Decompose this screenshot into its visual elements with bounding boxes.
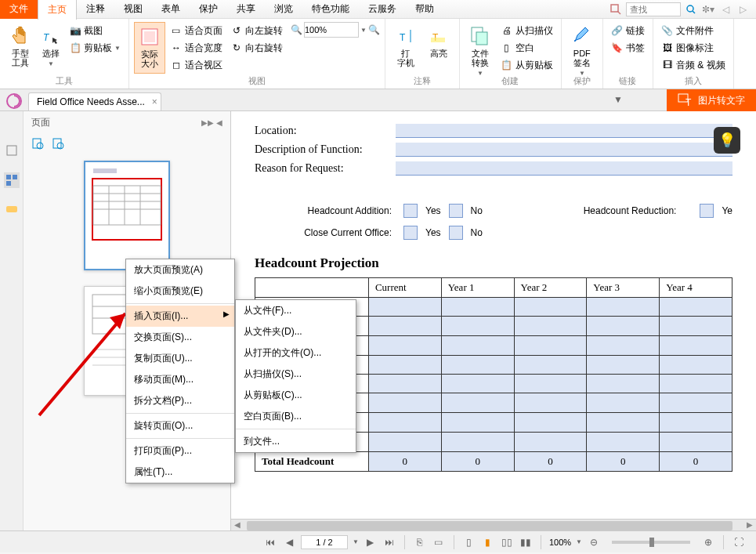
nav-next-icon[interactable]: ▷: [736, 2, 750, 16]
bookmark-button[interactable]: 🔖书签: [608, 39, 648, 56]
field-desc-input[interactable]: [396, 143, 732, 157]
thumb-zoom-out-icon[interactable]: [52, 137, 64, 150]
thumbnail-1[interactable]: [84, 161, 170, 270]
zoom-in-button[interactable]: ⊕: [701, 535, 715, 549]
thumb-zoom-in-icon[interactable]: [31, 137, 44, 150]
next-page-button[interactable]: ▶: [364, 535, 378, 549]
audio-video-button[interactable]: 🎞音频 & 视频: [658, 56, 729, 74]
layout-facing[interactable]: ▯▯: [500, 535, 514, 549]
panel-collapse-icon[interactable]: ▶▶ ◀: [201, 118, 222, 127]
menu-browse[interactable]: 浏览: [265, 0, 302, 19]
horizontal-scrollbar[interactable]: ◀▶: [231, 519, 756, 530]
ctx-zoom-out[interactable]: 缩小页面预览(E): [126, 281, 234, 302]
search-input[interactable]: [626, 2, 681, 16]
menu-cloud[interactable]: 云服务: [359, 0, 406, 19]
actual-size-button[interactable]: 实际 大小: [134, 22, 165, 74]
sidetab-comments[interactable]: [4, 202, 20, 218]
zoom-in-icon[interactable]: 🔍: [368, 24, 380, 35]
clipboard-button[interactable]: 📋剪贴板▼: [66, 39, 124, 56]
ctx-zoom-in[interactable]: 放大页面预览(A): [126, 259, 234, 281]
close-tab-icon[interactable]: ×: [152, 96, 157, 107]
snapshot-button[interactable]: 📷截图: [66, 22, 124, 39]
from-clipboard-button[interactable]: 📋从剪贴板: [497, 56, 556, 74]
zoom-out-icon[interactable]: 🔍: [291, 24, 302, 35]
checkbox-close-yes[interactable]: [403, 226, 418, 240]
ctx-copy-page[interactable]: 复制页面(U)...: [126, 348, 234, 369]
menu-file[interactable]: 文件: [0, 0, 38, 19]
checkbox-hadd-no[interactable]: [449, 204, 463, 218]
ctx-swap-page[interactable]: 交换页面(S)...: [126, 327, 234, 348]
ctx-rotate-page[interactable]: 旋转页面(O)...: [126, 415, 234, 436]
pdf-sign-button[interactable]: PDF 签名 ▼: [566, 22, 598, 80]
checkbox-hadd-yes[interactable]: [403, 204, 418, 218]
sidetab-thumbnails[interactable]: [4, 172, 20, 188]
ctx-properties[interactable]: 属性(T)...: [126, 462, 234, 483]
search-find-icon[interactable]: [609, 2, 623, 16]
menu-form[interactable]: 表单: [152, 0, 190, 19]
link-button[interactable]: 🔗链接: [608, 22, 648, 39]
rotate-right-button[interactable]: ↻向右旋转: [227, 39, 286, 56]
view-mode-1[interactable]: ⎘: [413, 535, 427, 549]
last-page-button[interactable]: ⏭: [382, 535, 396, 549]
from-scanner-button[interactable]: 🖨从扫描仪: [497, 22, 556, 39]
sub-from-scanner[interactable]: 从扫描仪(S)...: [236, 364, 356, 385]
typewriter-button[interactable]: T 打 字机: [390, 22, 421, 69]
layout-single[interactable]: ▯: [462, 535, 476, 549]
ctx-print-page[interactable]: 打印页面(P)...: [126, 440, 234, 462]
sub-from-open[interactable]: 从打开的文件(O)...: [236, 342, 356, 364]
menu-home[interactable]: 主页: [38, 0, 77, 20]
tab-overflow-icon[interactable]: ▼: [613, 94, 623, 105]
file-convert-button[interactable]: 文件 转换 ▼: [465, 22, 496, 80]
dropdown-icon[interactable]: ▼: [576, 538, 582, 545]
document-tab[interactable]: Field Office Needs Asse... ×: [28, 92, 161, 110]
sub-from-clipboard[interactable]: 从剪贴板(C)...: [236, 385, 356, 406]
dropdown-icon[interactable]: ▼: [353, 538, 359, 545]
hint-bulb-icon[interactable]: 💡: [714, 127, 740, 154]
layout-continuous[interactable]: ▮: [481, 535, 495, 549]
group-title-create: 创建: [460, 75, 561, 87]
first-page-button[interactable]: ⏮: [263, 535, 277, 549]
fit-width-button[interactable]: ↔适合宽度: [167, 39, 226, 56]
ctx-split-doc[interactable]: 拆分文档(P)...: [126, 390, 234, 411]
sub-from-folder[interactable]: 从文件夹(D)...: [236, 321, 356, 342]
field-reason-input[interactable]: [396, 161, 732, 176]
select-button[interactable]: T 选择 ▼: [38, 22, 64, 71]
image-annot-button[interactable]: 🖼图像标注: [658, 39, 729, 56]
fit-page-button[interactable]: ▭适合页面: [167, 22, 226, 39]
zoom-slider[interactable]: [612, 541, 690, 544]
blank-page-button[interactable]: ▯空白: [497, 39, 556, 56]
ctx-insert-page[interactable]: 插入页面(I)...▶: [126, 306, 234, 327]
sidetab-bookmark[interactable]: [4, 143, 20, 158]
menu-view[interactable]: 视图: [114, 0, 152, 19]
highlight-button[interactable]: T 高亮: [423, 22, 454, 69]
zoom-out-button[interactable]: ⊖: [587, 535, 601, 549]
menu-protect[interactable]: 保护: [190, 0, 227, 19]
layout-continuous-facing[interactable]: ▮▮: [519, 535, 533, 549]
checkbox-close-no[interactable]: [449, 226, 463, 240]
menu-special[interactable]: 特色功能: [302, 0, 359, 19]
hand-tool-button[interactable]: 手型 工具: [5, 22, 36, 71]
sub-from-file[interactable]: 从文件(F)...: [236, 300, 356, 321]
nav-prev-icon[interactable]: ◁: [718, 2, 732, 16]
menu-help[interactable]: 帮助: [406, 0, 443, 19]
dropdown-icon[interactable]: ▼: [360, 27, 367, 34]
ribbon-group-insert: 📎文件附件 🖼图像标注 🎞音频 & 视频 插入: [653, 19, 734, 89]
zoom-select[interactable]: [304, 22, 359, 38]
settings-icon[interactable]: ✼▾: [701, 2, 715, 16]
field-location-input[interactable]: [396, 124, 732, 138]
checkbox-hred-yes[interactable]: [700, 204, 714, 218]
ctx-move-page[interactable]: 移动页面(M)...: [126, 369, 234, 390]
page-number-input[interactable]: [301, 535, 348, 549]
sub-blank-page[interactable]: 空白页面(B)...: [236, 406, 356, 427]
menu-annot[interactable]: 注释: [77, 0, 114, 19]
fullscreen-button[interactable]: ⛶: [732, 535, 746, 549]
search-go-icon[interactable]: [684, 2, 698, 16]
sub-to-file[interactable]: 到文件...: [236, 431, 356, 452]
fit-visible-button[interactable]: ◻适合视区: [167, 56, 226, 74]
pic-to-text-button[interactable]: T 图片转文字: [667, 89, 756, 111]
view-mode-2[interactable]: ▭: [432, 535, 446, 549]
attach-button[interactable]: 📎文件附件: [658, 22, 729, 39]
rotate-left-button[interactable]: ↺向左旋转: [227, 22, 286, 39]
prev-page-button[interactable]: ◀: [282, 535, 296, 549]
menu-share[interactable]: 共享: [227, 0, 265, 19]
